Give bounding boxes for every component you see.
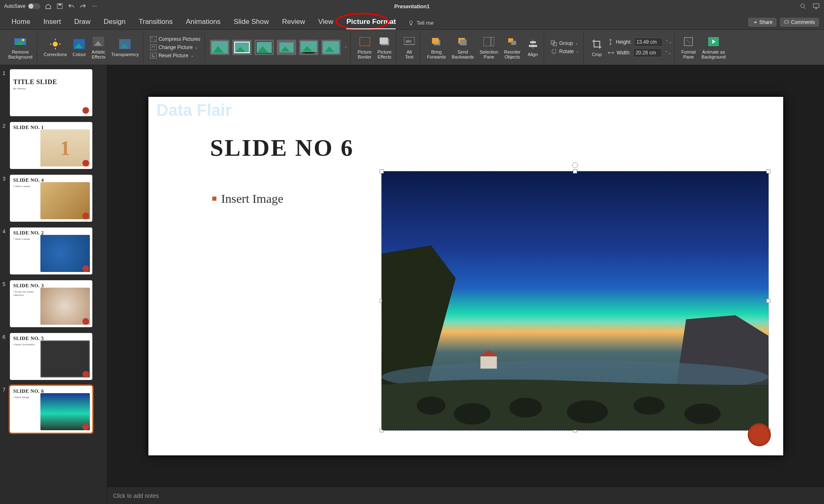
tab-home[interactable]: Home (5, 14, 37, 29)
more-icon[interactable]: ⋯ (91, 2, 98, 10)
style-thumb-2[interactable] (232, 40, 252, 55)
send-back-icon (456, 35, 470, 48)
bring-fwd-label: Bring Forwards (427, 49, 446, 59)
group-icon (551, 40, 557, 46)
thumb-slide-3[interactable]: SLIDE NO. 4 • Slide content (10, 175, 92, 222)
compress-icon (150, 36, 157, 42)
tab-animations[interactable]: Animations (179, 14, 227, 29)
animate-background-button[interactable]: Animate as Background (700, 34, 728, 60)
search-icon[interactable] (799, 2, 807, 10)
redo-icon[interactable] (79, 2, 87, 10)
wax-seal-icon (82, 160, 89, 166)
slide-title[interactable]: SLIDE NO 6 (210, 134, 354, 162)
crop-button[interactable]: Crop (589, 37, 605, 58)
rotate-button[interactable]: Rotate⌄ (549, 48, 581, 55)
selection-pane-button[interactable]: Selection Pane (478, 34, 500, 60)
sel-pane-label: Selection Pane (480, 49, 498, 59)
svg-point-5 (410, 21, 413, 23)
tab-draw[interactable]: Draw (68, 14, 97, 29)
width-stepper[interactable]: ⌃⌄ (664, 50, 671, 55)
undo-icon[interactable] (68, 2, 75, 10)
artistic-effects-button[interactable]: Artistic Effects (90, 34, 107, 60)
picture-effects-button[interactable]: Picture Effects (376, 34, 393, 60)
tab-insert[interactable]: Insert (37, 14, 68, 29)
reorder-objects-button[interactable]: Reorder Objects (502, 34, 522, 60)
bring-fwd-icon (430, 35, 443, 48)
reset-picture-button[interactable]: Reset Picture⌄ (148, 52, 195, 59)
ribbon: Remove Background Corrections Colour Art… (0, 30, 824, 65)
alt-text-icon: abc (403, 35, 416, 48)
present-icon[interactable] (812, 2, 820, 10)
align-button[interactable]: Align (525, 37, 541, 58)
autosave-toggle[interactable]: AutoSave (4, 3, 40, 9)
tell-me-button[interactable]: Tell me (402, 16, 439, 29)
svg-point-62 (416, 396, 445, 415)
gallery-more-icon[interactable]: › (343, 45, 348, 49)
home-icon[interactable] (45, 2, 52, 10)
thumb-title: TITLE SLIDE (13, 78, 89, 86)
thumb-slide-2[interactable]: SLIDE NO. 1 1 (10, 122, 92, 169)
thumb-number: 7 (2, 386, 8, 433)
tab-view[interactable]: View (312, 14, 340, 29)
thumb-slide-6[interactable]: SLIDE NO. 5 • Insert Screenshot (10, 333, 92, 380)
height-stepper[interactable]: ⌃⌄ (665, 40, 672, 44)
tab-slideshow[interactable]: Slide Show (227, 14, 275, 29)
rotate-handle-icon[interactable] (572, 162, 578, 168)
thumb-slide-5[interactable]: SLIDE NO. 3 • From one frame objective (10, 280, 92, 327)
transparency-button[interactable]: Transparency (110, 37, 141, 58)
transparency-icon (118, 38, 131, 51)
style-thumb-1[interactable] (210, 40, 230, 55)
picture-styles-gallery[interactable]: › (210, 40, 348, 55)
svg-rect-52 (530, 41, 536, 43)
colour-label: Colour (73, 52, 86, 57)
colour-button[interactable]: Colour (71, 37, 87, 58)
style-thumb-3[interactable] (254, 40, 274, 55)
corrections-button[interactable]: Corrections (42, 37, 68, 58)
style-thumb-4[interactable] (277, 40, 296, 55)
tab-design[interactable]: Design (97, 14, 132, 29)
alt-text-label: Alt Text (405, 49, 413, 59)
height-input[interactable] (634, 38, 663, 47)
change-picture-button[interactable]: Change Picture⌄ (148, 44, 200, 51)
style-thumb-5[interactable] (299, 40, 319, 55)
thumb-slide-4[interactable]: SLIDE NO. 2 • Slide content (10, 227, 92, 274)
inserted-image[interactable] (381, 171, 769, 431)
crop-icon (590, 38, 603, 51)
align-label: Align (528, 52, 538, 57)
reset-pic-icon (150, 53, 157, 59)
slide-bullet[interactable]: Insert Image (212, 192, 284, 206)
compress-pictures-button[interactable]: Compress Pictures (148, 35, 202, 43)
wax-seal-icon (82, 371, 89, 377)
share-button[interactable]: Share (748, 18, 777, 27)
thumb-number: 4 (2, 227, 8, 274)
svg-rect-21 (150, 36, 157, 42)
save-icon[interactable] (56, 2, 63, 10)
bring-forward-button[interactable]: Bring Forwards (425, 34, 448, 60)
comment-icon (784, 20, 789, 25)
send-backward-button[interactable]: Send Backwards (450, 34, 476, 60)
notes-pane[interactable]: Click to add notes (107, 487, 824, 504)
alt-text-button[interactable]: abcAlt Text (401, 34, 418, 60)
wax-seal-icon (82, 424, 89, 430)
wax-seal-icon (82, 213, 89, 219)
thumb-slide-1[interactable]: TITLE SLIDE By Shweta (10, 69, 92, 116)
thumb-slide-7[interactable]: SLIDE NO. 6 • Insert Image (10, 386, 92, 433)
width-icon (608, 50, 614, 56)
tab-picture-format[interactable]: Picture Format (340, 14, 402, 29)
style-thumb-6[interactable] (321, 40, 341, 55)
autosave-label: AutoSave (4, 3, 26, 9)
remove-background-button[interactable]: Remove Background (7, 34, 34, 60)
width-input[interactable] (633, 48, 662, 57)
svg-rect-46 (460, 40, 467, 45)
tab-transitions[interactable]: Transitions (132, 14, 179, 29)
format-pane-button[interactable]: Format Pane (680, 34, 697, 60)
slide-canvas[interactable]: Data Flair SLIDE NO 6 Insert Image (148, 97, 783, 455)
tab-review[interactable]: Review (275, 14, 312, 29)
svg-point-63 (453, 403, 491, 424)
group-button[interactable]: Group⌄ (549, 40, 580, 47)
bulb-icon (408, 20, 414, 26)
svg-rect-68 (480, 356, 497, 368)
remove-bg-label: Remove Background (8, 49, 33, 59)
comments-button[interactable]: Comments (780, 18, 819, 27)
picture-border-button[interactable]: Picture Border (356, 34, 373, 60)
